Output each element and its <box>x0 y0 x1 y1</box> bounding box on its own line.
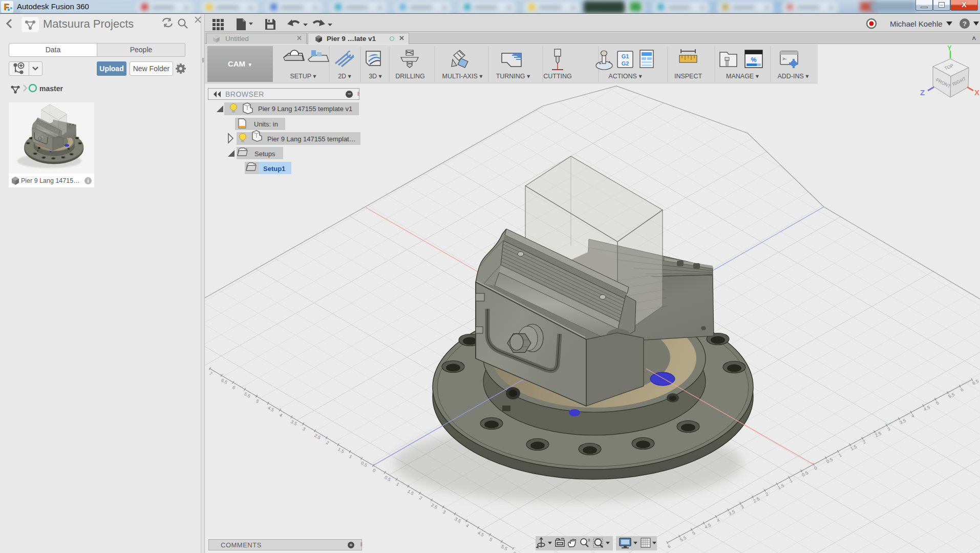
svg-text:?: ? <box>963 20 967 28</box>
svg-text:4.5: 4.5 <box>704 522 712 530</box>
svg-text:5: 5 <box>691 530 696 536</box>
svg-text:G2: G2 <box>622 60 629 67</box>
svg-text:Units: in: Units: in <box>254 120 278 128</box>
svg-text:4: 4 <box>716 518 720 523</box>
svg-text:6: 6 <box>667 544 671 549</box>
svg-text:6: 6 <box>231 385 236 390</box>
svg-text:Pier 9 Lang 147155 templat…: Pier 9 Lang 147155 templat… <box>267 135 356 143</box>
svg-text:3.5: 3.5 <box>899 418 907 426</box>
svg-text:Y: Y <box>947 44 952 52</box>
svg-text:7: 7 <box>208 371 213 376</box>
svg-text:3: 3 <box>302 426 306 432</box>
svg-text:4: 4 <box>465 523 470 528</box>
svg-text:Z: Z <box>920 88 925 97</box>
svg-text:>-: >- <box>782 56 786 61</box>
svg-text:1: 1 <box>395 481 400 487</box>
svg-text:5: 5 <box>255 398 260 404</box>
svg-text:2.5: 2.5 <box>752 496 760 504</box>
svg-text:ADD-INS ▾: ADD-INS ▾ <box>777 73 809 80</box>
svg-text:TURNING ▾: TURNING ▾ <box>496 73 530 80</box>
svg-text:DRILLING: DRILLING <box>395 73 425 80</box>
svg-text:2: 2 <box>325 440 330 445</box>
svg-text:6.5: 6.5 <box>971 378 979 386</box>
svg-text:CUTTING: CUTTING <box>543 73 572 80</box>
svg-text:4: 4 <box>279 412 283 418</box>
svg-text:Pier 9 Lang 147155 template v1: Pier 9 Lang 147155 template v1 <box>258 105 352 113</box>
svg-text:3: 3 <box>886 427 891 432</box>
svg-text:6: 6 <box>512 550 517 553</box>
svg-text:2: 2 <box>862 439 866 445</box>
svg-text:2D ▾: 2D ▾ <box>338 73 351 80</box>
svg-text:3: 3 <box>740 504 744 510</box>
svg-text:3.5: 3.5 <box>728 509 736 517</box>
svg-text:1.5: 1.5 <box>849 444 858 452</box>
svg-text:0.5: 0.5 <box>801 470 809 478</box>
svg-text:5: 5 <box>488 537 493 542</box>
svg-text:3: 3 <box>442 509 446 515</box>
svg-text:MULTI-AXIS ▾: MULTI-AXIS ▾ <box>442 73 483 80</box>
svg-text:0: 0 <box>372 467 376 473</box>
svg-text:%: % <box>751 56 757 63</box>
svg-text:±: ± <box>588 537 590 542</box>
svg-text:5.5: 5.5 <box>947 392 955 399</box>
svg-text:G1: G1 <box>622 53 629 59</box>
svg-text:2: 2 <box>418 495 423 501</box>
svg-text:MANAGE ▾: MANAGE ▾ <box>726 73 759 80</box>
svg-text:1: 1 <box>838 453 842 458</box>
svg-text:Michael Koehle: Michael Koehle <box>890 19 943 28</box>
svg-text:3D ▾: 3D ▾ <box>369 73 382 80</box>
svg-text:ACTIONS ▾: ACTIONS ▾ <box>608 73 642 80</box>
svg-text:SETUP ▾: SETUP ▾ <box>290 73 316 80</box>
svg-text:1: 1 <box>348 454 353 459</box>
svg-text:5: 5 <box>935 400 940 406</box>
svg-text:INSPECT: INSPECT <box>674 73 702 80</box>
svg-text:X: X <box>974 88 979 97</box>
svg-text:6: 6 <box>960 387 964 393</box>
svg-text:4: 4 <box>910 413 915 419</box>
svg-text:Setup1: Setup1 <box>263 165 285 173</box>
svg-text:Setups: Setups <box>254 150 275 158</box>
svg-text:2.5: 2.5 <box>874 431 882 438</box>
